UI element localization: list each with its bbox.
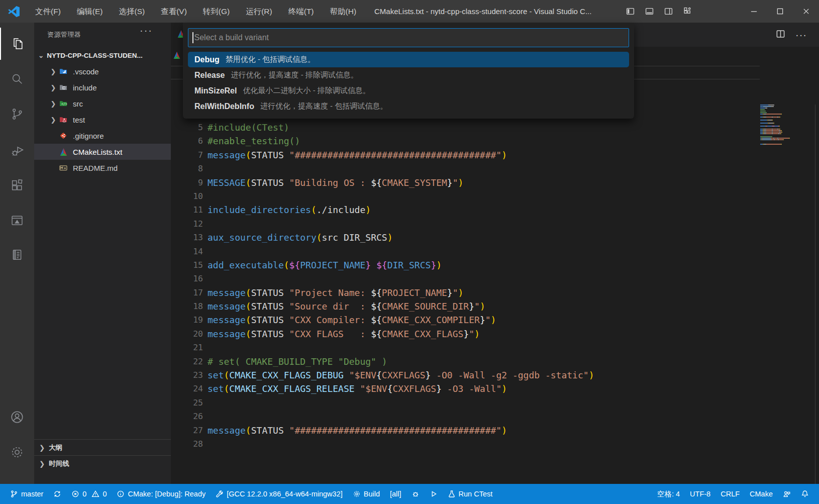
menu-v[interactable]: 查看(V) <box>154 0 194 23</box>
status-item-problems[interactable]: 00 <box>66 484 112 504</box>
tree-item-src[interactable]: ❯</>src <box>34 95 171 112</box>
window-title: CMakeLists.txt - nytd-cpp-class-student-… <box>374 0 623 23</box>
status-item-language[interactable]: CMake <box>745 484 778 504</box>
status-item-ctest[interactable]: Run CTest <box>443 484 498 504</box>
code-line-26[interactable]: 26 <box>171 410 819 423</box>
minimap[interactable] <box>760 105 815 486</box>
code-line-10[interactable]: 10 <box>171 189 819 203</box>
status-item-sync[interactable] <box>48 484 66 504</box>
layout-panel-icon[interactable] <box>641 4 657 20</box>
code-line-12[interactable]: 12 <box>171 217 819 231</box>
tree-item-vscode[interactable]: ❯.vscode <box>34 63 171 79</box>
code-line-11[interactable]: 11include_directories(./include) <box>171 203 819 217</box>
line-number: 24 <box>171 382 203 395</box>
status-item-encoding[interactable]: UTF-8 <box>685 484 715 504</box>
status-label: master <box>21 490 43 498</box>
status-item-cmake-status[interactable]: CMake: [Debug]: Ready <box>112 484 211 504</box>
line-number: 28 <box>171 437 203 451</box>
close-icon[interactable] <box>793 0 819 23</box>
sidebar-section-timeline[interactable]: ❯时间线 <box>34 455 171 471</box>
menu-h[interactable]: 帮助(H) <box>323 0 364 23</box>
layout-sidebar-icon[interactable] <box>622 4 638 20</box>
minimize-icon[interactable] <box>741 0 767 23</box>
sidebar-section-outline[interactable]: ❯大纲 <box>34 439 171 455</box>
status-item-kit[interactable]: [GCC 12.2.0 x86_64-w64-mingw32] <box>211 484 348 504</box>
quick-pick-item-release[interactable]: Release进行优化，提高速度 - 排除调试信息。 <box>188 67 629 83</box>
code-line-8[interactable]: 8 <box>171 162 819 175</box>
code-line-25[interactable]: 25 <box>171 396 819 410</box>
layout-secondary-sidebar-icon[interactable] <box>660 4 676 20</box>
code-area[interactable]: 5#include(CTest)6#enable_testing()7messa… <box>171 121 819 451</box>
cmake-panel-icon[interactable] <box>0 205 34 237</box>
status-item-notifications[interactable] <box>796 484 814 504</box>
quick-pick-input[interactable]: Select a build variant <box>188 28 629 47</box>
layout-controls <box>622 0 695 23</box>
code-line-14[interactable]: 14 <box>171 245 819 258</box>
more-actions-icon[interactable]: ··· <box>795 29 807 41</box>
code-line-16[interactable]: 16 <box>171 272 819 285</box>
menu-t[interactable]: 终端(T) <box>281 0 321 23</box>
status-item-branch[interactable]: master <box>5 484 48 504</box>
cmake-file-icon <box>173 51 181 61</box>
minimap-line <box>760 120 815 121</box>
status-item-eol[interactable]: CRLF <box>715 484 745 504</box>
code-line-23[interactable]: 23set(CMAKE_CXX_FLAGS_DEBUG "$ENV{CXXFLA… <box>171 368 819 382</box>
quick-pick-item-minsizerel[interactable]: MinSizeRel优化最小二进制大小 - 排除调试信息。 <box>188 83 629 98</box>
code-line-9[interactable]: 9MESSAGE(STATUS "Building OS : ${CMAKE_S… <box>171 176 819 189</box>
minimap-line <box>760 141 815 142</box>
tree-item-include[interactable]: ❯include <box>34 79 171 95</box>
code-line-7[interactable]: 7message(STATUS "#######################… <box>171 148 819 162</box>
split-editor-icon[interactable] <box>776 29 785 41</box>
code-line-19[interactable]: 19message(STATUS "CXX Compiler: ${CMAKE_… <box>171 313 819 327</box>
explorer-more-actions-icon[interactable]: ··· <box>140 25 153 36</box>
customize-layout-icon[interactable] <box>679 4 695 20</box>
menu-r[interactable]: 运行(R) <box>239 0 279 23</box>
tree-item-gitignore[interactable]: .gitignore <box>34 128 171 144</box>
search-icon[interactable] <box>0 63 34 95</box>
status-item-feedback[interactable] <box>778 484 796 504</box>
maximize-icon[interactable] <box>767 0 793 23</box>
tree-item-test[interactable]: ❯test <box>34 112 171 128</box>
play-icon <box>430 490 438 498</box>
status-item-debug[interactable] <box>406 484 425 504</box>
minimap-line <box>760 133 815 134</box>
status-item-indentation[interactable]: 空格: 4 <box>652 484 685 504</box>
code-line-17[interactable]: 17message(STATUS "Project Name: ${PROJEC… <box>171 286 819 299</box>
file-tree: ❯.vscode❯include❯</>src❯test.gitignoreCM… <box>34 63 171 176</box>
code-line-5[interactable]: 5#include(CTest) <box>171 121 819 134</box>
status-item-launch[interactable] <box>425 484 443 504</box>
explorer-icon[interactable] <box>0 28 34 60</box>
quick-pick-item-debug[interactable]: Debug禁用优化 - 包括调试信息。 <box>188 52 629 67</box>
code-line-20[interactable]: 20message(STATUS "CXX FLAGS : ${CMAKE_CX… <box>171 327 819 341</box>
code-line-27[interactable]: 27message(STATUS "######################… <box>171 424 819 437</box>
code-line-24[interactable]: 24set(CMAKE_CXX_FLAGS_RELEASE "$ENV{CXXF… <box>171 382 819 395</box>
code-line-21[interactable]: 21 <box>171 341 819 354</box>
source-control-icon[interactable] <box>0 98 34 130</box>
code-line-22[interactable]: 22# set( CMAKE_BUILD_TYPE "Debug" ) <box>171 355 819 368</box>
extensions-icon[interactable] <box>0 169 34 201</box>
code-line-13[interactable]: 13aux_source_directory(src DIR_SRCS) <box>171 231 819 244</box>
beaker-icon <box>448 490 456 498</box>
tree-item-cmakeliststxt[interactable]: CMakeLists.txt <box>34 144 171 160</box>
menu-f[interactable]: 文件(F) <box>28 0 68 23</box>
line-text <box>203 162 208 175</box>
status-item-build-target[interactable]: [all] <box>385 484 406 504</box>
code-line-28[interactable]: 28 <box>171 437 819 451</box>
journal-icon[interactable] <box>0 239 34 271</box>
code-line-6[interactable]: 6#enable_testing() <box>171 134 819 148</box>
editor-content[interactable]: 5#include(CTest)6#enable_testing()7messa… <box>171 65 819 484</box>
tree-item-readmemd[interactable]: README.md <box>34 160 171 176</box>
run-debug-icon[interactable] <box>0 134 34 166</box>
menu-e[interactable]: 编辑(E) <box>70 0 110 23</box>
code-line-15[interactable]: 15add_executable(${PROJECT_NAME} ${DIR_S… <box>171 258 819 272</box>
code-line-18[interactable]: 18message(STATUS "Source dir : ${CMAKE_S… <box>171 299 819 313</box>
settings-gear-icon[interactable] <box>0 436 34 468</box>
status-item-build[interactable]: Build <box>348 484 385 504</box>
menu-g[interactable]: 转到(G) <box>196 0 237 23</box>
project-root-folder[interactable]: ⌄ NYTD-CPP-CLASS-STUDEN... <box>34 47 171 63</box>
quick-pick-item-relwithdebinfo[interactable]: RelWithDebInfo进行优化，提高速度 - 包括调试信息。 <box>188 98 629 114</box>
minimap-line <box>760 121 815 122</box>
line-text <box>203 272 208 285</box>
menu-s[interactable]: 选择(S) <box>112 0 152 23</box>
account-icon[interactable] <box>0 401 34 433</box>
